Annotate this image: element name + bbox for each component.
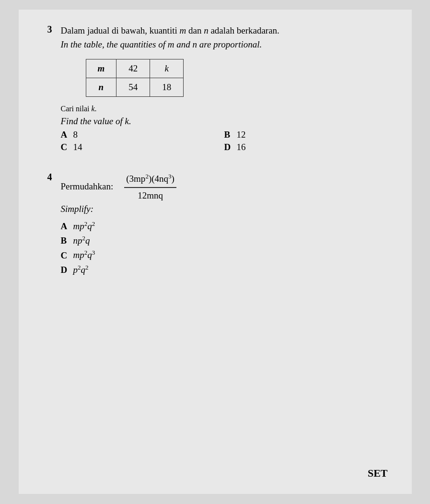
- q3-sub-english: Find the value of k.: [61, 116, 388, 127]
- q3-cari-nilai: Cari nilai k.: [61, 105, 97, 113]
- q4-choice-D: D p2q2: [61, 264, 388, 275]
- q3-choice-B: B 12: [224, 129, 388, 140]
- q4-choice-B-letter: B: [61, 235, 70, 246]
- question-3-block: 3 Dalam jadual di bawah, kuantiti m dan …: [47, 24, 388, 152]
- question-4-text: Permudahkan: (3mp2)(4nq3) 12mnq Simplify…: [61, 172, 176, 216]
- q3-choice-B-letter: B: [224, 129, 233, 140]
- q3-choice-C-value: 14: [73, 142, 82, 152]
- q3-choice-D-letter: D: [224, 142, 233, 152]
- table-row-2: n 54 18: [86, 78, 184, 97]
- q3-choices: A 8 B 12 C 14 D 16: [61, 129, 388, 152]
- q4-choice-C-letter: C: [61, 250, 70, 261]
- table-row-1: m 42 k: [86, 59, 184, 78]
- q4-choice-A: A mp2q2: [61, 220, 388, 232]
- q3-text-malay: Dalam jadual di bawah, kuantiti m dan n …: [61, 25, 279, 35]
- q3-choice-A: A 8: [61, 129, 224, 140]
- q4-choice-C: C mp2q3: [61, 249, 388, 260]
- q3-table: m 42 k n 54 18: [86, 59, 184, 97]
- table-cell-42: 42: [116, 59, 150, 78]
- q3-table-container: m 42 k n 54 18: [86, 59, 388, 97]
- q4-choice-D-value: p2q2: [73, 264, 89, 275]
- q3-choice-D-value: 16: [237, 142, 246, 152]
- question-4-header: 4 Permudahkan: (3mp2)(4nq3) 12mnq Simpli…: [47, 172, 388, 216]
- q3-sub-malay: Cari nilai k.: [61, 105, 388, 113]
- question-4-number: 4: [47, 172, 57, 183]
- q3-choice-C: C 14: [61, 142, 224, 152]
- q4-choice-A-letter: A: [61, 221, 70, 232]
- q4-choice-C-value: mp2q3: [73, 249, 95, 260]
- q3-text-english: In the table, the quantities of m and n …: [61, 39, 262, 49]
- q4-choices: A mp2q2 B np2q C mp2q3 D p2q2: [61, 220, 388, 275]
- question-3-text: Dalam jadual di bawah, kuantiti m dan n …: [61, 24, 279, 51]
- q3-choice-A-letter: A: [61, 129, 70, 140]
- question-3-number: 3: [47, 24, 57, 35]
- q3-find-value: Find the value of k.: [61, 116, 131, 126]
- q3-choice-C-letter: C: [61, 142, 70, 152]
- q4-denominator: 12mnq: [136, 188, 165, 203]
- q3-choice-D: D 16: [224, 142, 388, 152]
- question-4-block: 4 Permudahkan: (3mp2)(4nq3) 12mnq Simpli…: [47, 172, 388, 275]
- q4-choice-A-value: mp2q2: [73, 220, 95, 232]
- q3-choice-B-value: 12: [237, 129, 246, 140]
- q4-simplify: Simplify:: [61, 204, 94, 214]
- q4-choice-D-letter: D: [61, 265, 70, 275]
- q4-choice-B: B np2q: [61, 234, 388, 246]
- q3-choice-A-value: 8: [73, 129, 78, 140]
- q4-choice-B-value: np2q: [73, 234, 90, 246]
- page: 3 Dalam jadual di bawah, kuantiti m dan …: [19, 10, 412, 494]
- set-label: SET: [368, 467, 388, 480]
- table-cell-18: 18: [150, 78, 184, 97]
- table-cell-k: k: [150, 59, 184, 78]
- q4-fraction: (3mp2)(4nq3) 12mnq: [124, 172, 176, 202]
- table-cell-54: 54: [116, 78, 150, 97]
- q4-numerator: (3mp2)(4nq3): [124, 172, 176, 188]
- question-3-header: 3 Dalam jadual di bawah, kuantiti m dan …: [47, 24, 388, 51]
- table-cell-m-label: m: [86, 59, 116, 78]
- q4-permudahkan: Permudahkan: (3mp2)(4nq3) 12mnq: [61, 181, 176, 191]
- table-cell-n-label: n: [86, 78, 116, 97]
